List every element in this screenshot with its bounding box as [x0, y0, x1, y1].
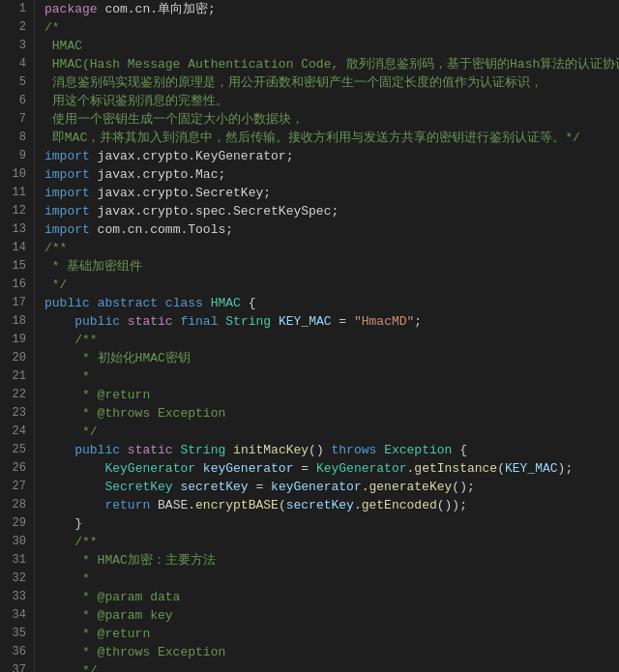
token-kw: class	[165, 296, 203, 310]
code-line: 即MAC，并将其加入到消息中，然后传输。接收方利用与发送方共享的密钥进行鉴别认证…	[44, 129, 619, 147]
code-line: import javax.crypto.spec.SecretKeySpec;	[44, 202, 619, 220]
code-line: return BASE.encryptBASE(secretKey.getEnc…	[44, 496, 619, 514]
code-line: *	[44, 570, 619, 588]
token-comment: 用这个标识鉴别消息的完整性。	[44, 94, 228, 108]
token-kw: return	[104, 498, 150, 512]
line-number: 13	[4, 220, 26, 239]
line-number: 1	[4, 0, 26, 18]
line-number: 11	[4, 184, 26, 202]
token-comment: * @throws Exception	[44, 406, 225, 421]
line-number: 36	[4, 643, 26, 661]
token-plain	[195, 461, 203, 476]
code-line: /**	[44, 239, 619, 257]
code-line: * @throws Exception	[44, 643, 619, 661]
token-plain: (	[497, 461, 505, 476]
token-type: KeyGenerator	[104, 461, 195, 476]
code-line: * 基础加密组件	[44, 257, 619, 276]
token-plain	[44, 498, 104, 512]
token-plain: BASE.	[150, 498, 195, 512]
code-line: 消息鉴别码实现鉴别的原理是，用公开函数和密钥产生一个固定长度的值作为认证标识，	[44, 73, 619, 92]
token-plain: }	[44, 516, 82, 531]
line-number: 8	[4, 129, 26, 147]
token-comment: * 基础加密组件	[44, 259, 142, 274]
code-content[interactable]: package com.cn.单向加密;/* HMAC HMAC(Hash Me…	[35, 0, 619, 672]
token-type: HMAC	[211, 296, 241, 310]
line-number: 12	[4, 202, 26, 220]
token-plain	[225, 443, 233, 457]
code-line: import com.cn.comm.Tools;	[44, 220, 619, 239]
line-number: 6	[4, 92, 26, 110]
code-line: /*	[44, 18, 619, 37]
token-plain: ()	[309, 443, 331, 457]
token-comment: HMAC(Hash Message Authentication Code, 散…	[44, 57, 619, 72]
token-param: keyGenerator	[203, 461, 294, 476]
code-line: 用这个标识鉴别消息的完整性。	[44, 92, 619, 110]
line-number: 10	[4, 165, 26, 184]
code-line: * HMAC加密：主要方法	[44, 551, 619, 570]
line-number: 24	[4, 423, 26, 441]
token-type: SecretKey	[104, 480, 172, 494]
token-plain: );	[558, 461, 574, 476]
code-line: * @throws Exception	[44, 404, 619, 423]
code-line: * @return	[44, 386, 619, 404]
token-method: getInstance	[414, 461, 497, 476]
token-plain	[44, 314, 74, 329]
token-comment: 即MAC，并将其加入到消息中，然后传输。接收方利用与发送方共享的密钥进行鉴别认证…	[44, 131, 580, 145]
code-line: HMAC(Hash Message Authentication Code, 散…	[44, 55, 619, 73]
token-method: initMacKey	[233, 443, 309, 457]
code-line: SecretKey secretKey = keyGenerator.gener…	[44, 478, 619, 496]
code-line: */	[44, 276, 619, 294]
code-line: public abstract class HMAC {	[44, 294, 619, 312]
token-comment: * @param data	[44, 590, 180, 604]
token-param: KEY_MAC	[505, 461, 558, 476]
line-number: 21	[4, 367, 26, 386]
token-kw: abstract	[98, 296, 158, 310]
token-comment: * 初始化HMAC密钥	[44, 351, 191, 365]
token-kw: import	[44, 222, 90, 237]
code-line: * 初始化HMAC密钥	[44, 349, 619, 367]
line-number: 25	[4, 441, 26, 459]
code-line: import javax.crypto.SecretKey;	[44, 184, 619, 202]
line-number: 23	[4, 404, 26, 423]
token-kw: public	[44, 296, 90, 310]
token-kw: public	[74, 314, 120, 329]
token-plain: {	[241, 296, 256, 310]
token-param: KEY_MAC	[279, 314, 332, 329]
token-plain: =	[249, 480, 271, 494]
token-method: generateKey	[369, 480, 453, 494]
line-number-gutter: 1234567891011121314151617181920212223242…	[0, 0, 35, 672]
token-plain: ;	[414, 314, 422, 329]
token-string: "HmacMD"	[354, 314, 414, 329]
line-number: 33	[4, 588, 26, 606]
line-number: 9	[4, 147, 26, 165]
code-line: */	[44, 423, 619, 441]
token-plain: javax.crypto.Mac;	[90, 167, 225, 182]
token-plain	[271, 314, 279, 329]
token-plain: com.cn.comm.Tools;	[90, 222, 233, 237]
line-number: 4	[4, 55, 26, 73]
code-line: *	[44, 367, 619, 386]
token-param: secretKey	[180, 480, 248, 494]
line-number: 28	[4, 496, 26, 514]
token-comment: */	[44, 663, 98, 672]
token-plain	[90, 296, 98, 310]
token-param: secretKey	[286, 498, 354, 512]
token-comment: /*	[44, 20, 60, 35]
code-line: public static String initMacKey() throws…	[44, 441, 619, 459]
line-number: 16	[4, 276, 26, 294]
token-method: getEncoded	[362, 498, 437, 512]
token-kw2: static	[128, 314, 173, 329]
line-number: 14	[4, 239, 26, 257]
token-plain: =	[293, 461, 315, 476]
code-line: }	[44, 514, 619, 533]
code-line: KeyGenerator keyGenerator = KeyGenerator…	[44, 459, 619, 478]
token-final-kw: final	[180, 314, 218, 329]
token-plain: .	[354, 498, 362, 512]
token-plain: javax.crypto.KeyGenerator;	[90, 149, 294, 163]
token-plain	[44, 461, 104, 476]
line-number: 27	[4, 478, 26, 496]
token-comment: /**	[74, 535, 97, 549]
code-line: * @param data	[44, 588, 619, 606]
token-plain: {	[452, 443, 467, 457]
token-comment: */	[44, 278, 67, 292]
